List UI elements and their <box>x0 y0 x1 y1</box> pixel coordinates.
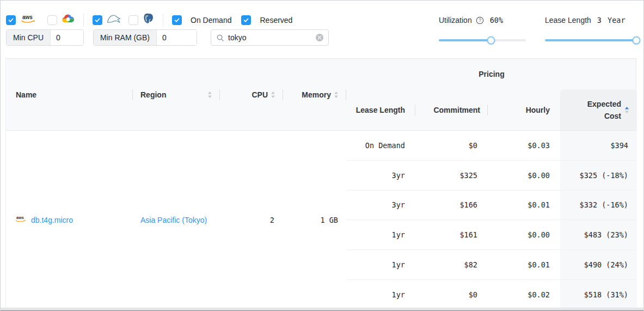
lease-cell: 3yr <box>346 191 415 221</box>
min-cpu-control: Min CPU <box>6 29 84 46</box>
lease-cell: 1yr <box>346 250 415 280</box>
sort-icon <box>207 91 212 99</box>
pricing-table: Name Region CPU Memory Pricing Lease Len… <box>5 58 636 310</box>
column-header-name: Name <box>6 59 133 130</box>
region-cell: Asia Pacific (Tokyo) <box>133 131 220 310</box>
commitment-cell: $0 <box>415 131 488 161</box>
svg-text:aws: aws <box>16 216 24 221</box>
sort-icon <box>334 91 339 99</box>
utilization-value: 60% <box>490 16 503 25</box>
reserved-label: Reserved <box>260 16 292 25</box>
min-ram-control: Min RAM (GB) <box>93 29 197 46</box>
aws-checkbox[interactable] <box>6 15 16 25</box>
commitment-cell: $325 <box>415 161 488 191</box>
commitment-cell: $166 <box>415 191 488 221</box>
table-header: Name Region CPU Memory Pricing Lease Len… <box>5 58 636 131</box>
check-icon <box>243 17 249 23</box>
check-icon <box>8 17 14 23</box>
google-cloud-logo <box>62 14 75 26</box>
expected-cost-cell: $483 (23%) <box>560 220 637 250</box>
search-icon <box>216 34 224 42</box>
expected-cost-cell: $490 (24%) <box>560 250 637 280</box>
search-control <box>211 29 329 46</box>
column-header-region[interactable]: Region <box>133 59 220 130</box>
instance-name-link[interactable]: db.t4g.micro <box>31 216 73 224</box>
mysql-dolphin-icon <box>107 14 121 26</box>
pricing-group-header: Pricing <box>346 59 637 89</box>
check-icon <box>174 17 180 23</box>
clear-icon[interactable] <box>316 34 323 41</box>
min-ram-label: Min RAM (GB) <box>94 30 157 45</box>
hourly-cell: $0.01 <box>488 250 560 280</box>
on-demand-label: On Demand <box>191 16 231 25</box>
hourly-cell: $0.00 <box>488 220 560 250</box>
column-header-lease-length: Lease Length <box>346 89 415 130</box>
utilization-label: Utilization <box>439 16 472 25</box>
min-ram-input[interactable] <box>157 30 197 45</box>
lease-cell: 1yr <box>346 280 415 310</box>
instance-name-cell: aws db.t4g.micro <box>6 131 133 310</box>
utilization-slider[interactable] <box>439 36 526 44</box>
sort-icon <box>271 91 275 99</box>
sort-asc-icon <box>624 106 629 114</box>
expected-cost-cell: $518 (31%) <box>560 280 637 310</box>
slider-fill <box>439 39 491 41</box>
horizontal-scrollbar[interactable] <box>1 308 643 311</box>
aws-logo: aws <box>20 14 36 26</box>
commitment-cell: $0 <box>415 280 488 310</box>
column-header-cpu[interactable]: CPU <box>220 59 283 130</box>
lease-length-label: Lease Length <box>545 16 591 25</box>
mysql-checkbox[interactable] <box>93 15 102 25</box>
min-cpu-label: Min CPU <box>7 30 51 45</box>
lease-cell: 3yr <box>346 161 415 191</box>
min-cpu-input[interactable] <box>51 30 83 45</box>
column-header-memory[interactable]: Memory <box>283 59 346 130</box>
table-body: aws db.t4g.micro Asia Pacific (Tokyo) 2 … <box>5 131 636 310</box>
svg-text:aws: aws <box>22 14 33 20</box>
utilization-slider-group: Utilization ? 60% <box>439 16 526 44</box>
lease-length-slider[interactable] <box>545 36 636 44</box>
column-header-commitment: Commitment <box>415 89 488 130</box>
commitment-cell: $161 <box>415 220 488 250</box>
reserved-checkbox[interactable] <box>241 15 251 25</box>
slider-thumb[interactable] <box>633 36 641 45</box>
memory-cell: 1 GB <box>283 131 346 310</box>
expected-cost-cell: $332 (-16%) <box>560 191 637 221</box>
hourly-cell: $0.01 <box>488 191 560 221</box>
divider <box>83 14 84 27</box>
slider-thumb[interactable] <box>487 36 495 45</box>
lease-cell: 1yr <box>346 220 415 250</box>
postgresql-checkbox[interactable] <box>128 15 138 25</box>
lease-cell: On Demand <box>346 131 415 161</box>
commitment-cell: $82 <box>415 250 488 280</box>
check-icon <box>94 17 101 23</box>
provider-filter-row: aws <box>6 13 292 27</box>
hourly-cell: $0.03 <box>488 131 560 161</box>
cloud-pricing-app: aws <box>0 0 644 311</box>
column-header-hourly: Hourly <box>488 89 560 130</box>
on-demand-checkbox[interactable] <box>172 15 182 25</box>
lease-length-slider-group: Lease Length 3 Year <box>545 16 636 44</box>
cpu-cell: 2 <box>220 131 283 310</box>
aws-icon: aws <box>15 215 27 225</box>
expected-cost-cell: $325 (-18%) <box>560 161 637 191</box>
filter-toolbar: aws <box>1 1 643 58</box>
expected-cost-cell: $394 <box>560 131 637 161</box>
postgresql-elephant-icon <box>143 13 154 27</box>
column-header-expected-cost[interactable]: Expected Cost <box>560 89 637 130</box>
hourly-cell: $0.00 <box>488 161 560 191</box>
hourly-cell: $0.02 <box>488 280 560 310</box>
lease-length-value: 3 Year <box>597 16 625 25</box>
region-link[interactable]: Asia Pacific (Tokyo) <box>140 216 207 224</box>
divider <box>163 14 163 27</box>
gcp-checkbox[interactable] <box>47 15 57 25</box>
numeric-filter-row: Min CPU Min RAM (GB) <box>6 29 329 46</box>
search-input[interactable] <box>228 33 316 42</box>
help-icon[interactable]: ? <box>476 16 484 25</box>
svg-text:?: ? <box>479 17 481 23</box>
slider-fill <box>545 39 636 41</box>
